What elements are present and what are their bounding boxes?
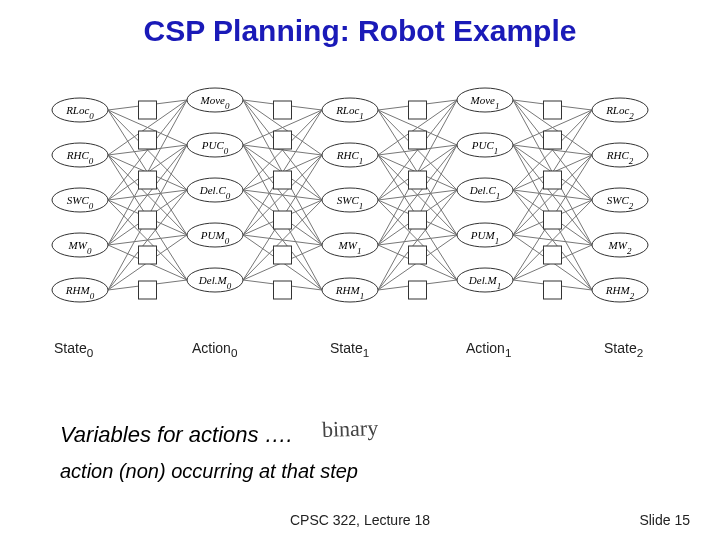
svg-rect-109 — [409, 281, 427, 299]
svg-rect-108 — [409, 246, 427, 264]
svg-rect-95 — [139, 211, 157, 229]
svg-rect-93 — [139, 131, 157, 149]
svg-rect-111 — [544, 131, 562, 149]
svg-rect-104 — [409, 101, 427, 119]
svg-rect-100 — [274, 171, 292, 189]
svg-rect-101 — [274, 211, 292, 229]
svg-rect-103 — [274, 281, 292, 299]
svg-rect-99 — [274, 131, 292, 149]
svg-rect-114 — [544, 246, 562, 264]
svg-rect-94 — [139, 171, 157, 189]
svg-rect-105 — [409, 131, 427, 149]
svg-rect-107 — [409, 211, 427, 229]
svg-rect-112 — [544, 171, 562, 189]
col-state2: State2 — [604, 340, 643, 359]
svg-rect-110 — [544, 101, 562, 119]
footer-slide-num: Slide 15 — [639, 512, 690, 528]
svg-rect-96 — [139, 246, 157, 264]
svg-rect-113 — [544, 211, 562, 229]
svg-rect-102 — [274, 246, 292, 264]
col-state1: State1 — [330, 340, 369, 359]
col-state0: State0 — [54, 340, 93, 359]
column-labels: State0 Action0 State1 Action1 State2 — [30, 340, 690, 370]
body-line-1: Variables for actions …. — [60, 422, 293, 448]
svg-rect-92 — [139, 101, 157, 119]
footer-course: CPSC 322, Lecture 18 — [0, 512, 720, 528]
svg-rect-115 — [544, 281, 562, 299]
body-line-2: action (non) occurring at that step — [60, 460, 358, 483]
svg-rect-106 — [409, 171, 427, 189]
slide-title: CSP Planning: Robot Example — [0, 14, 720, 48]
handwritten-annotation: binary — [322, 415, 379, 443]
svg-rect-98 — [274, 101, 292, 119]
col-action0: Action0 — [192, 340, 237, 359]
col-action1: Action1 — [466, 340, 511, 359]
svg-rect-97 — [139, 281, 157, 299]
csp-diagram: RLoc0RHC0SWC0MW0RHM0RLoc1RHC1SWC1MW1RHM1… — [30, 70, 690, 350]
